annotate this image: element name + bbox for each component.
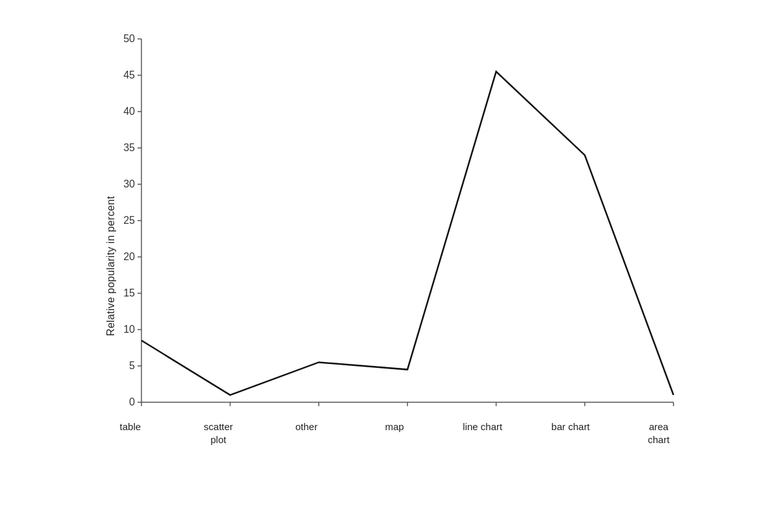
svg-text:10: 10	[123, 324, 135, 335]
svg-text:30: 30	[123, 178, 135, 189]
chart-area: 05101520253035404550	[86, 32, 703, 409]
svg-text:35: 35	[123, 142, 135, 153]
x-label: other	[262, 415, 350, 433]
x-label: line chart	[439, 415, 527, 433]
x-labels: tablescatterplotothermapline chartbar ch…	[86, 415, 703, 500]
svg-text:45: 45	[123, 69, 135, 80]
x-label: scatterplot	[175, 415, 263, 446]
chart-svg: 05101520253035404550	[86, 32, 703, 409]
x-label: areachart	[614, 415, 703, 446]
svg-text:20: 20	[123, 251, 135, 262]
x-label: map	[350, 415, 439, 433]
svg-text:25: 25	[123, 215, 135, 226]
svg-text:5: 5	[129, 360, 135, 371]
svg-text:50: 50	[123, 33, 135, 44]
svg-text:40: 40	[123, 106, 135, 117]
x-label: bar chart	[527, 415, 615, 433]
chart-container: Relative popularity in percent 051015202…	[41, 19, 722, 513]
x-label: table	[86, 415, 175, 433]
svg-text:0: 0	[129, 396, 135, 407]
svg-text:15: 15	[123, 287, 135, 298]
